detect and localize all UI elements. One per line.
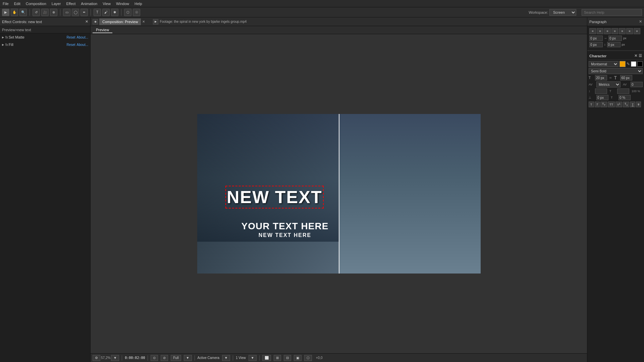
menu-file[interactable]: File: [3, 2, 9, 6]
font-color-black[interactable]: [637, 61, 643, 67]
align-left[interactable]: ≡: [589, 28, 596, 34]
tool-hand[interactable]: ✋: [11, 9, 18, 16]
align-right[interactable]: ≡: [604, 28, 611, 34]
effect-controls-header: Effect Controls: new text ✕: [0, 17, 90, 26]
canvas-sep-2: [148, 355, 148, 361]
ec-set-matte-tri[interactable]: ▶: [2, 36, 4, 39]
tool-rotate[interactable]: ↺: [33, 9, 40, 16]
align-justify[interactable]: ≡: [611, 28, 618, 34]
main-area: Effect Controls: new text ✕ Preview > ne…: [0, 17, 644, 362]
text-subtitle-overlay: YOUR TEXT HERE NEW TEXT HERE: [225, 221, 344, 238]
style-caps-btn[interactable]: TT: [600, 102, 607, 107]
indent-left-input[interactable]: [589, 36, 603, 41]
render-btn[interactable]: ⬜: [262, 355, 271, 361]
style-super-btn[interactable]: T1: [615, 102, 622, 107]
comp-icon: ◉: [93, 19, 98, 24]
align-justify-last-right[interactable]: ≡: [634, 28, 640, 34]
view-dropdown[interactable]: ▼: [249, 355, 257, 361]
ec-set-matte-reset[interactable]: Reset: [66, 36, 75, 39]
tool-select[interactable]: ▶: [2, 9, 9, 16]
gl-btn[interactable]: ⬡: [304, 355, 312, 361]
camera-dropdown[interactable]: ▼: [222, 355, 230, 361]
canvas-bottom: ⚙ 57,2% ▼ 0:00:02:00 ⊙ ⊘ Full ▼ Active C…: [91, 353, 587, 362]
align-center[interactable]: ≡: [597, 28, 603, 34]
quality-dropdown[interactable]: ▼: [184, 355, 192, 361]
ec-set-matte-about[interactable]: About...: [77, 36, 88, 39]
footage-icon: ▶: [153, 19, 158, 24]
tsukuri-input[interactable]: [619, 95, 631, 100]
baseline-input[interactable]: [596, 95, 608, 100]
ec-fill-tri[interactable]: ▶: [2, 43, 4, 46]
align-justify-last-left[interactable]: ≡: [619, 28, 626, 34]
tool-shape[interactable]: ⬡: [124, 9, 131, 16]
character-close[interactable]: ✕: [634, 54, 637, 58]
indent-right-input[interactable]: [608, 36, 622, 41]
scale-h-input[interactable]: [595, 88, 607, 94]
menu-layer[interactable]: Layer: [52, 2, 61, 6]
font-color-white[interactable]: [631, 61, 636, 67]
menu-effect[interactable]: Effect: [66, 2, 75, 6]
align-row-1: ≡ ≡ ≡ ≡ ≡ ≡ ≡: [589, 28, 642, 34]
tool-text[interactable]: T: [94, 9, 101, 16]
menu-view[interactable]: View: [103, 2, 111, 6]
kern-dropdown[interactable]: Metrics: [596, 81, 621, 87]
snap-btn[interactable]: ⊙: [151, 355, 158, 361]
menu-composition[interactable]: Composition: [26, 2, 46, 6]
guide-btn[interactable]: ⊟: [284, 355, 291, 361]
paragraph-close[interactable]: ✕: [639, 19, 642, 24]
toolbar-separator-3: [91, 9, 91, 16]
scale-v-input[interactable]: [617, 88, 629, 94]
style-allcaps-btn[interactable]: TT: [608, 102, 615, 107]
style-sub-btn[interactable]: T1: [623, 102, 630, 107]
comp-settings-btn[interactable]: ⚙: [93, 355, 100, 361]
ec-fill-row: ▶ fx Fill Reset About...: [0, 41, 90, 48]
tool-pen[interactable]: ✒: [80, 9, 88, 16]
grid-btn[interactable]: ⊞: [274, 355, 281, 361]
font-color-swatch[interactable]: [620, 61, 626, 67]
menu-window[interactable]: Window: [116, 2, 129, 6]
comp-tab-preview[interactable]: Composition: Preview: [99, 18, 141, 25]
align-justify-last-center[interactable]: ≡: [626, 28, 633, 34]
character-menu[interactable]: ☰: [639, 54, 642, 58]
font-style-dropdown[interactable]: Semi Bold: [589, 68, 643, 74]
style-italic-btn[interactable]: T: [595, 102, 600, 107]
menu-animation[interactable]: Animation: [81, 2, 97, 6]
search-help-input[interactable]: [582, 9, 642, 16]
preview-tab[interactable]: Preview: [93, 27, 112, 33]
style-bold-btn[interactable]: T: [589, 102, 594, 107]
safe-btn[interactable]: ▣: [294, 355, 302, 361]
mask-btn[interactable]: ⊘: [161, 355, 168, 361]
baseline-row: ⊥ T: [589, 95, 643, 100]
tool-mask-rect[interactable]: ▭: [63, 9, 70, 16]
style-under-btn[interactable]: T: [630, 102, 635, 107]
canvas-area[interactable]: NEW TEXT YOUR TEXT HERE NEW TEXT HERE: [91, 34, 587, 353]
tool-mask-ellipse[interactable]: ◯: [72, 9, 79, 16]
ec-breadcrumb-preview[interactable]: Preview: [2, 28, 15, 32]
tool-brush[interactable]: 🖌: [102, 9, 110, 16]
menu-help[interactable]: Help: [135, 2, 142, 6]
tool-clone[interactable]: ✱: [111, 9, 118, 16]
ec-fill-about[interactable]: About...: [77, 43, 88, 47]
tracking-input[interactable]: [631, 82, 643, 87]
quality-btn[interactable]: Full: [171, 355, 181, 361]
tool-camera[interactable]: 🎥: [41, 9, 49, 16]
comp-tab-close[interactable]: ✕: [142, 20, 145, 23]
font-style-row: Semi Bold: [589, 68, 643, 74]
menu-edit[interactable]: Edit: [14, 2, 20, 6]
space-before-input[interactable]: [589, 42, 603, 47]
workspace-dropdown[interactable]: Screen: [549, 9, 576, 16]
effect-controls-close[interactable]: ✕: [85, 19, 88, 24]
toolbar-separator-1: [30, 9, 30, 16]
style-strike-btn[interactable]: T: [636, 102, 641, 107]
view-label: 1 View: [236, 356, 246, 360]
font-size-large-input[interactable]: [620, 75, 632, 80]
pen-icon[interactable]: ✎: [627, 62, 630, 66]
font-size-input[interactable]: [595, 75, 607, 80]
tool-zoom[interactable]: 🔍: [19, 9, 27, 16]
ec-fill-reset[interactable]: Reset: [66, 43, 75, 47]
tool-puppet[interactable]: ☉: [133, 9, 140, 16]
font-family-dropdown[interactable]: Montserrat: [589, 61, 619, 67]
space-after-input[interactable]: [607, 42, 621, 47]
tool-pan[interactable]: ⊕: [50, 9, 57, 16]
zoom-btn[interactable]: ▼: [111, 355, 119, 361]
